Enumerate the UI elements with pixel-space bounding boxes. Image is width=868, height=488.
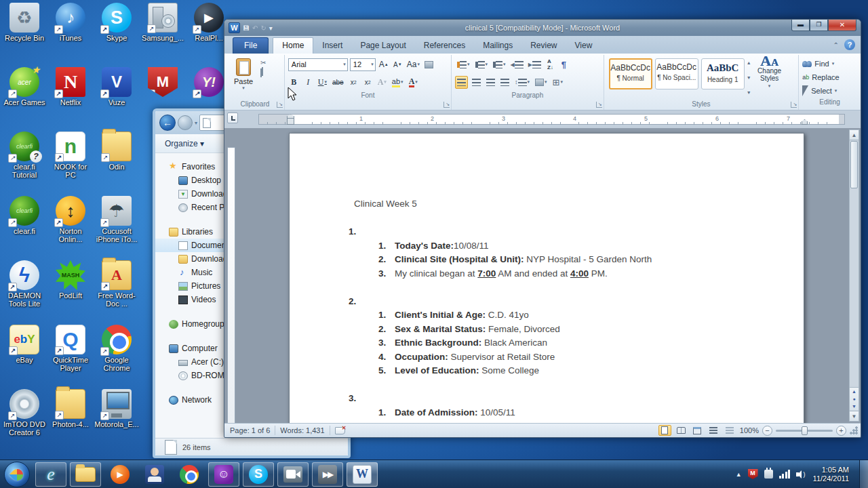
taskbar-word[interactable]: W <box>347 462 378 487</box>
sidebar-item-music[interactable]: Music <box>155 266 230 279</box>
zoom-out-button[interactable]: − <box>762 426 772 436</box>
document-page[interactable]: Clinical Week 5 1. 1.Today's Date:10/08/… <box>289 133 804 423</box>
sidebar-item-favorites[interactable]: Favorites <box>155 160 230 174</box>
scroll-thumb[interactable] <box>850 141 858 188</box>
sidebar-item-acer-c[interactable]: Acer (C:) <box>155 355 230 369</box>
font-dialog-launcher[interactable]: ↘ <box>443 102 450 108</box>
align-left-button[interactable] <box>455 76 468 89</box>
horizontal-ruler[interactable]: 1 2 3 4 5 6 7 <box>258 114 845 125</box>
style-heading1[interactable]: AaBbC Heading 1 <box>701 58 745 89</box>
shrink-font-button[interactable]: A▼ <box>392 58 403 71</box>
volume-tray-icon[interactable]: ) <box>796 470 806 479</box>
page-indicator[interactable]: Page: 1 of 6 <box>224 426 270 434</box>
desktop-icon-norton[interactable]: ↕↗ Norton Onlin... <box>47 196 94 260</box>
taskbar-explorer[interactable] <box>70 462 101 487</box>
sort-button[interactable]: AZ↓ <box>545 58 556 71</box>
italic-button[interactable]: I <box>302 76 314 89</box>
taskbar-photo-editor[interactable] <box>139 462 170 487</box>
sidebar-item-downloads[interactable]: Downloads <box>155 187 230 201</box>
zoom-slider[interactable] <box>776 430 833 432</box>
numbering-button[interactable]: ▾ <box>473 58 490 71</box>
tab-view[interactable]: View <box>566 38 601 54</box>
highlight-button[interactable]: ab▾ <box>391 76 405 89</box>
taskbar-skype[interactable]: S <box>243 462 274 487</box>
tab-home[interactable]: Home <box>273 37 313 54</box>
styles-more[interactable]: ▼ <box>747 90 751 95</box>
desktop-icon-imtoo[interactable]: ↗ ImTOO DVD Creator 6 <box>1 389 47 453</box>
word-title-bar[interactable]: W 💾︎ ↶ ↻ ▾ clinical 5 [Compatibility Mod… <box>224 20 861 36</box>
desktop-icon-netflix[interactable]: N↗ Netflix <box>47 67 94 131</box>
help-icon[interactable]: ? <box>844 39 855 50</box>
collapse-ribbon-icon[interactable]: ⌃ <box>833 41 839 49</box>
minimize-button[interactable]: ▬ <box>791 20 810 31</box>
taskbar-ie[interactable]: e <box>35 462 66 487</box>
tab-insert[interactable]: Insert <box>313 38 351 54</box>
superscript-button[interactable]: x2 <box>362 76 374 89</box>
zoom-in-button[interactable]: + <box>836 426 846 436</box>
desktop-icon-acer-games[interactable]: acer↗ Acer Games <box>1 67 47 131</box>
page-browse-buttons[interactable]: ▲●▼ <box>850 387 859 410</box>
desktop-icon-nook[interactable]: n↗ NOOK for PC <box>47 131 94 196</box>
taskbar-chrome[interactable] <box>174 462 205 487</box>
desktop-icon-motorola[interactable]: ↗ Motorola_E... <box>94 389 140 453</box>
desktop-icon-clearfi[interactable]: clearfi↗ clear.fi <box>1 196 47 260</box>
text-effects-button[interactable]: A▾ <box>376 76 388 89</box>
desktop-icon-skype[interactable]: S↗ Skype <box>94 3 140 67</box>
show-marks-button[interactable]: ¶ <box>558 58 570 71</box>
format-painter-button[interactable] <box>260 79 266 87</box>
scroll-down-arrow[interactable]: ▼ <box>850 411 859 421</box>
draft-view-button[interactable] <box>724 425 736 436</box>
web-layout-view-button[interactable] <box>691 425 704 436</box>
desktop-icon-free-word-doc[interactable]: A↗ Free Word-Doc ... <box>94 260 140 325</box>
style-normal[interactable]: AaBbCcDc ¶ Normal <box>609 58 652 89</box>
borders-button[interactable]: ⊞▾ <box>551 76 564 89</box>
font-color-button[interactable]: A▾ <box>408 76 419 89</box>
desktop-icon-vuze[interactable]: V↗ Vuze <box>94 67 140 131</box>
line-spacing-button[interactable]: ↕▾ <box>513 76 531 89</box>
show-desktop-button[interactable] <box>859 460 868 488</box>
bullets-button[interactable]: ▾ <box>455 58 471 71</box>
tab-file[interactable]: File <box>233 37 269 54</box>
clear-formatting-button[interactable] <box>423 58 435 71</box>
styles-dialog-launcher[interactable]: ↘ <box>791 102 797 108</box>
mcafee-tray-icon[interactable]: M <box>748 469 758 479</box>
font-name-combo[interactable]: Arial▾ <box>288 58 348 71</box>
tab-review[interactable]: Review <box>521 38 566 54</box>
print-layout-view-button[interactable] <box>658 425 671 436</box>
tab-page-layout[interactable]: Page Layout <box>351 38 414 54</box>
justify-button[interactable] <box>499 76 511 89</box>
change-case-button[interactable]: Aa▾ <box>406 58 421 71</box>
find-button[interactable]: Find▾ <box>802 58 857 70</box>
paste-button[interactable]: Paste▾ <box>229 56 258 99</box>
copy-button[interactable] <box>260 69 266 77</box>
styles-scroll-down[interactable]: ▼ <box>747 75 751 80</box>
sidebar-item-libraries[interactable]: Libraries <box>155 225 230 239</box>
sidebar-item-network[interactable]: Network <box>155 393 230 407</box>
desktop-icon-chrome[interactable]: ↗ Google Chrome <box>94 325 140 389</box>
styles-scroll-up[interactable]: ▲ <box>747 60 751 65</box>
desktop-icon-ebay[interactable]: ebY↗ eBay <box>1 325 47 389</box>
desktop-icon-quicktime[interactable]: Q↗ QuickTime Player <box>47 325 94 389</box>
taskbar-fast-forward-app[interactable]: ▶▶ <box>312 462 343 487</box>
align-right-button[interactable] <box>485 76 496 89</box>
indent-marker-right[interactable] <box>802 119 808 125</box>
desktop-icon-samsung[interactable]: ↗ Samsung_... <box>140 3 186 67</box>
align-center-button[interactable] <box>471 76 482 89</box>
sidebar-item-homegroup[interactable]: Homegroup <box>155 317 230 331</box>
taskbar-yahoo-messenger[interactable]: ☺ <box>208 462 239 487</box>
sidebar-item-recent-places[interactable]: Recent Places <box>155 201 230 214</box>
sidebar-item-computer[interactable]: Computer <box>155 342 230 355</box>
show-hidden-icons-chevron[interactable]: ▲ <box>736 471 742 478</box>
fullscreen-reading-view-button[interactable] <box>675 425 688 436</box>
subscript-button[interactable]: x2 <box>348 76 359 89</box>
forward-button[interactable] <box>178 115 193 130</box>
close-button[interactable]: ✕ <box>828 20 856 31</box>
desktop-icon-itunes[interactable]: ♪↗ iTunes <box>47 3 94 67</box>
desktop-icon-photon[interactable]: ↗ Photon-4... <box>47 389 94 453</box>
tab-references[interactable]: References <box>415 38 474 54</box>
font-size-combo[interactable]: 12▾ <box>350 58 376 71</box>
tab-selector[interactable] <box>227 113 238 123</box>
zoom-level[interactable]: 100% <box>740 426 759 434</box>
increase-indent-button[interactable]: ▶ <box>527 58 542 71</box>
sidebar-item-desktop[interactable]: Desktop <box>155 174 230 187</box>
